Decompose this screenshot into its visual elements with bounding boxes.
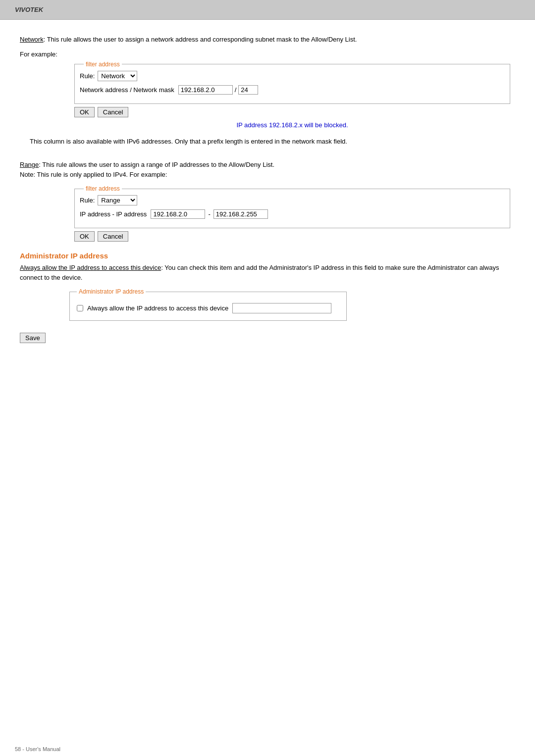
range-label: Range xyxy=(20,161,39,168)
page: VIVOTEK Network: This rule allows the us… xyxy=(0,0,535,756)
range-note: Note: This rule is only applied to IPv4.… xyxy=(20,171,167,178)
footer-text: 58 - User's Manual xyxy=(15,746,60,752)
filter-legend-1: filter address xyxy=(84,61,122,68)
admin-fieldset: Administrator IP address Always allow th… xyxy=(69,288,347,321)
admin-ip-input[interactable] xyxy=(232,303,331,313)
filter-box-1: filter address Rule: Network Network add… xyxy=(69,61,515,104)
ip-end-input[interactable] xyxy=(214,209,268,219)
rule-select-1[interactable]: Network xyxy=(98,71,137,81)
cancel-button-2[interactable]: Cancel xyxy=(98,231,128,242)
content: Network: This rule allows the user to as… xyxy=(0,20,535,742)
network-intro: Network: This rule allows the user to as… xyxy=(20,35,515,45)
always-allow-checkbox[interactable] xyxy=(77,305,83,311)
filter-legend-2: filter address xyxy=(84,185,122,192)
admin-desc: Always allow the IP address to access th… xyxy=(20,263,515,282)
rule-label-2: Rule: xyxy=(80,197,95,204)
addr-label-2: IP address - IP address xyxy=(80,210,147,218)
ipv6-note: This column is also available with IPv6 … xyxy=(20,137,515,147)
for-example-label: For example: xyxy=(20,50,515,58)
save-button[interactable]: Save xyxy=(20,333,46,343)
range-description: : This rule allows the user to assign a … xyxy=(39,161,274,168)
addr-label-1: Network address / Network mask xyxy=(80,86,174,94)
admin-section: Administrator IP address Always allow th… xyxy=(20,252,515,343)
filter-box-2: filter address Rule: Range IP address - … xyxy=(69,185,515,228)
rule-label-1: Rule: xyxy=(80,72,95,80)
admin-heading: Administrator IP address xyxy=(20,252,515,260)
rule-select-2[interactable]: Range xyxy=(98,195,137,205)
network-address-input[interactable] xyxy=(178,85,233,95)
network-description: : This rule allows the user to assign a … xyxy=(44,36,357,43)
ip-start-input[interactable] xyxy=(151,209,205,219)
admin-row: Always allow the IP address to access th… xyxy=(77,303,339,313)
filter-fieldset-2: filter address Rule: Range IP address - … xyxy=(74,185,510,228)
blocked-text: IP address 192.168.2.x will be blocked. xyxy=(69,121,515,129)
cancel-button-1[interactable]: Cancel xyxy=(98,107,128,117)
brand-label: VIVOTEK xyxy=(15,6,43,13)
filter-buttons-2: OK Cancel xyxy=(69,231,515,242)
range-section: Range: This rule allows the user to assi… xyxy=(20,160,515,242)
save-button-wrapper: Save xyxy=(20,333,515,343)
ok-button-1[interactable]: OK xyxy=(74,107,95,117)
always-allow-link: Always allow the IP address to access th… xyxy=(20,264,161,271)
blocked-text-wrapper: IP address 192.168.2.x will be blocked. xyxy=(69,121,515,129)
filter-buttons-1: OK Cancel xyxy=(69,107,515,117)
filter-rule-row-1: Rule: Network xyxy=(80,71,505,81)
filter-addr-row-2: IP address - IP address - xyxy=(80,209,505,219)
button-row-1: OK Cancel xyxy=(74,107,515,117)
header: VIVOTEK xyxy=(0,0,535,20)
slash-separator-1: / xyxy=(235,86,237,94)
filter-addr-row-1: Network address / Network mask / xyxy=(80,85,505,95)
admin-fieldset-legend: Administrator IP address xyxy=(77,288,146,295)
network-mask-input[interactable] xyxy=(238,85,258,95)
filter-fieldset-1: filter address Rule: Network Network add… xyxy=(74,61,510,104)
footer: 58 - User's Manual xyxy=(0,742,535,756)
ok-button-2[interactable]: OK xyxy=(74,231,95,242)
filter-rule-row-2: Rule: Range xyxy=(80,195,505,205)
network-label: Network xyxy=(20,36,44,43)
always-allow-label: Always allow the IP address to access th… xyxy=(87,304,228,312)
dash-separator: - xyxy=(208,210,210,218)
range-intro: Range: This rule allows the user to assi… xyxy=(20,160,515,179)
admin-fieldset-wrapper: Administrator IP address Always allow th… xyxy=(69,288,515,327)
button-row-2: OK Cancel xyxy=(74,231,515,242)
